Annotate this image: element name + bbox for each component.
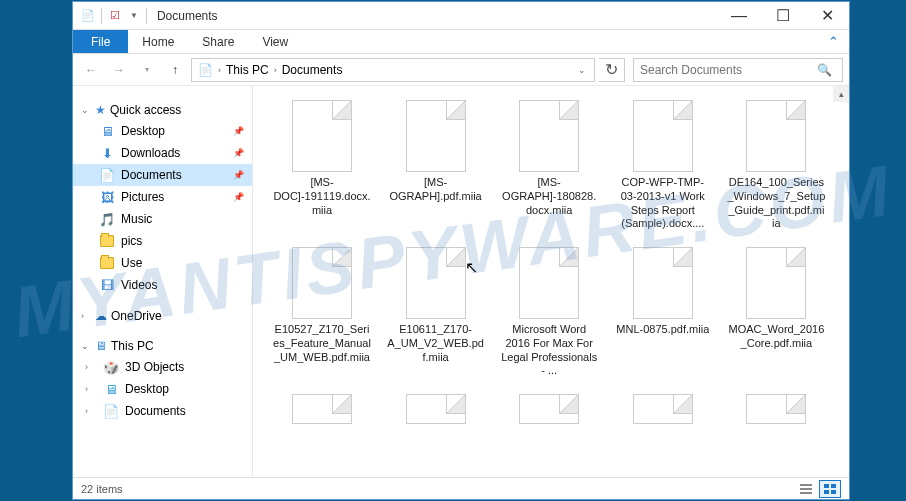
ribbon-tab-home[interactable]: Home (128, 30, 188, 53)
pin-icon: 📌 (233, 170, 244, 180)
nav-icon: 📄 (99, 167, 115, 183)
file-name: E10527_Z170_Series_Feature_Manual_UM_WEB… (273, 323, 371, 364)
expand-icon[interactable]: › (81, 311, 91, 321)
file-item[interactable]: Microsoft Word 2016 For Max For Legal Pr… (496, 243, 602, 382)
nav-thispc-header[interactable]: ⌄ 🖥 This PC (73, 336, 252, 356)
search-input[interactable] (640, 63, 817, 77)
nav-up-button[interactable]: ↑ (163, 58, 187, 82)
svg-rect-3 (824, 484, 829, 488)
scroll-up-icon[interactable]: ▴ (833, 86, 849, 102)
maximize-button[interactable]: ☐ (761, 2, 805, 30)
folder-icon (99, 255, 115, 271)
body: ⌄ ★ Quick access 🖥Desktop📌⬇Downloads📌📄Do… (73, 86, 849, 477)
sidebar-item-music[interactable]: 🎵Music (73, 208, 252, 230)
file-icon (633, 100, 693, 172)
ribbon-tab-share[interactable]: Share (188, 30, 248, 53)
qat-dropdown-icon[interactable]: ▼ (126, 11, 142, 20)
chevron-right-icon[interactable]: › (271, 65, 280, 75)
search-icon[interactable]: 🔍 (817, 63, 832, 77)
close-button[interactable]: ✕ (805, 2, 849, 30)
pin-icon: 📌 (233, 192, 244, 202)
svg-rect-5 (824, 490, 829, 494)
refresh-button[interactable]: ↻ (599, 58, 625, 82)
file-item[interactable]: [MS-DOC]-191119.docx.miia (269, 96, 375, 235)
sidebar-item-label: Desktop (121, 124, 165, 138)
address-segment-thispc[interactable]: This PC (224, 63, 271, 77)
file-item[interactable]: [MS-OGRAPH].pdf.miia (383, 96, 489, 235)
file-icon (406, 100, 466, 172)
file-item[interactable] (723, 390, 829, 432)
chevron-right-icon[interactable]: › (215, 65, 224, 75)
sidebar-item-label: Use (121, 256, 142, 270)
file-icon (292, 394, 352, 424)
file-item[interactable] (610, 390, 716, 432)
file-name: MOAC_Word_2016_Core.pdf.miia (727, 323, 825, 351)
sidebar-item-label: Documents (121, 168, 182, 182)
nav-quick-access-header[interactable]: ⌄ ★ Quick access (73, 100, 252, 120)
address-dropdown-icon[interactable]: ⌄ (578, 65, 590, 75)
pin-icon: 📌 (233, 126, 244, 136)
file-item[interactable] (383, 390, 489, 432)
sidebar-item-desktop[interactable]: ›🖥Desktop (73, 378, 252, 400)
file-item[interactable]: MOAC_Word_2016_Core.pdf.miia (723, 243, 829, 382)
nav-icon: ⬇ (99, 145, 115, 161)
address-segment-documents[interactable]: Documents (280, 63, 345, 77)
nav-icon: 🎲 (103, 359, 119, 375)
svg-rect-6 (831, 490, 836, 494)
qat-separator (146, 8, 147, 24)
minimize-button[interactable]: — (717, 2, 761, 30)
search-box[interactable]: 🔍 (633, 58, 843, 82)
nav-recent-dropdown[interactable]: ▾ (135, 58, 159, 82)
address-path[interactable]: 📄 › This PC › Documents ⌄ (191, 58, 595, 82)
expand-icon[interactable]: › (85, 384, 95, 394)
file-item[interactable]: MNL-0875.pdf.miia (610, 243, 716, 382)
sidebar-item-use[interactable]: Use (73, 252, 252, 274)
app-icon: 📄 (79, 7, 97, 25)
file-icon (406, 394, 466, 424)
expand-icon[interactable]: ⌄ (81, 105, 91, 115)
file-item[interactable]: DE164_100_Series_Windows_7_Setup_Guide_p… (723, 96, 829, 235)
file-grid: [MS-DOC]-191119.docx.miia[MS-OGRAPH].pdf… (253, 86, 849, 442)
file-item[interactable]: E10611_Z170-A_UM_V2_WEB.pdf.miia (383, 243, 489, 382)
explorer-window: 📄 ☑ ▼ Documents — ☐ ✕ File Home Share Vi… (72, 1, 850, 500)
expand-icon[interactable]: › (85, 362, 95, 372)
file-icon (633, 394, 693, 424)
sidebar-item-documents[interactable]: 📄Documents📌 (73, 164, 252, 186)
expand-icon[interactable]: › (85, 406, 95, 416)
qat-properties-icon[interactable]: ☑ (106, 7, 124, 25)
sidebar-item-videos[interactable]: 🎞Videos (73, 274, 252, 296)
sidebar-item-desktop[interactable]: 🖥Desktop📌 (73, 120, 252, 142)
file-name: [MS-DOC]-191119.docx.miia (273, 176, 371, 217)
sidebar-item-pictures[interactable]: 🖼Pictures📌 (73, 186, 252, 208)
file-item[interactable]: [MS-OGRAPH]-180828.docx.miia (496, 96, 602, 235)
nav-icon: 🖥 (103, 381, 119, 397)
file-item[interactable]: COP-WFP-TMP-03-2013-v1 Work Steps Report… (610, 96, 716, 235)
address-root-icon[interactable]: 📄 (196, 63, 215, 77)
view-icons-button[interactable] (819, 480, 841, 498)
sidebar-item-3d-objects[interactable]: ›🎲3D Objects (73, 356, 252, 378)
ribbon-tab-file[interactable]: File (73, 30, 128, 53)
file-item[interactable] (269, 390, 375, 432)
nav-icon: 📄 (103, 403, 119, 419)
address-bar: ← → ▾ ↑ 📄 › This PC › Documents ⌄ ↻ 🔍 (73, 54, 849, 86)
nav-back-button[interactable]: ← (79, 58, 103, 82)
content-area: ▴ [MS-DOC]-191119.docx.miia[MS-OGRAPH].p… (253, 86, 849, 477)
file-icon (519, 100, 579, 172)
file-name: DE164_100_Series_Windows_7_Setup_Guide_p… (727, 176, 825, 231)
expand-icon[interactable]: ⌄ (81, 341, 91, 351)
file-item[interactable]: E10527_Z170_Series_Feature_Manual_UM_WEB… (269, 243, 375, 382)
navigation-pane: ⌄ ★ Quick access 🖥Desktop📌⬇Downloads📌📄Do… (73, 86, 253, 477)
file-icon (633, 247, 693, 319)
view-details-button[interactable] (795, 480, 817, 498)
sidebar-item-documents[interactable]: ›📄Documents (73, 400, 252, 422)
pin-icon: 📌 (233, 148, 244, 158)
ribbon-tab-view[interactable]: View (248, 30, 302, 53)
nav-forward-button[interactable]: → (107, 58, 131, 82)
nav-onedrive-header[interactable]: › ☁ OneDrive (73, 306, 252, 326)
ribbon: File Home Share View ⌃ (73, 30, 849, 54)
sidebar-item-downloads[interactable]: ⬇Downloads📌 (73, 142, 252, 164)
sidebar-item-pics[interactable]: pics (73, 230, 252, 252)
file-item[interactable] (496, 390, 602, 432)
ribbon-help-icon[interactable]: ⌃ (818, 30, 849, 53)
sidebar-item-label: Music (121, 212, 152, 226)
